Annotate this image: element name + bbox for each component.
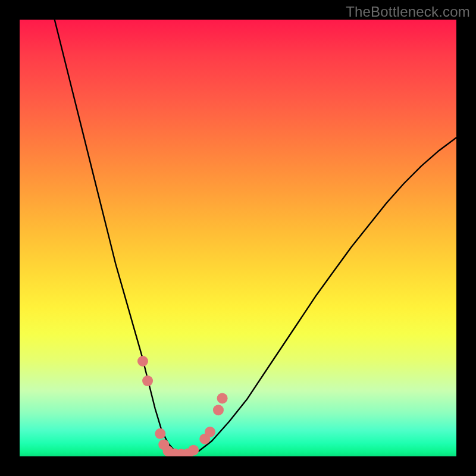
data-point (188, 445, 199, 456)
chart-frame: TheBottleneck.com (0, 0, 476, 476)
data-point (205, 427, 215, 437)
bottleneck-curve (55, 20, 456, 454)
watermark-text: TheBottleneck.com (346, 4, 470, 20)
data-point (213, 405, 224, 415)
curve-layer (20, 20, 456, 456)
data-point (137, 356, 148, 367)
data-point (142, 375, 153, 386)
plot-area (20, 20, 456, 456)
data-point (217, 393, 228, 403)
data-point (155, 428, 165, 439)
